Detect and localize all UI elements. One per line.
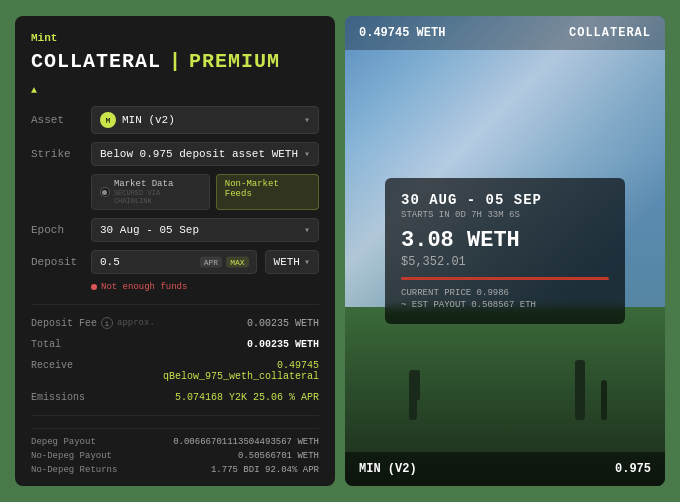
epoch-label: Epoch (31, 224, 83, 236)
info-card-date: 30 AUG - 05 SEP (401, 192, 609, 208)
cactus-arm-1 (415, 370, 420, 400)
max-badge: MAX (226, 257, 248, 268)
fee-info-icon: i (101, 317, 113, 329)
oracle-subtitle: SECURED VIA CHAINLINK (114, 189, 201, 205)
no-depeg-payout-row: No-Depeg Payout 0.50566701 WETH (31, 451, 319, 461)
depeg-payout-label: Depeg Payout (31, 437, 96, 447)
asset-row: Asset M MIN (v2) ▾ (31, 106, 319, 134)
currency-chevron-down-icon: ▾ (304, 256, 310, 268)
mint-label: Mint (31, 32, 319, 44)
info-card-usd: $5,352.01 (401, 255, 609, 269)
stats-section: Depeg Payout 0.00666701113504493567 WETH… (31, 428, 319, 475)
emissions-label: Emissions (31, 392, 85, 403)
error-message: Not enough funds (91, 282, 319, 292)
fee-approx: approx. (117, 318, 155, 328)
emissions-row: Emissions 5.074168 Y2K 25.06 % APR (31, 392, 319, 403)
total-row: Total 0.00235 WETH (31, 339, 319, 350)
strike-row: Strike Below 0.975 deposit asset WETH ▾ (31, 142, 319, 166)
form-section: Asset M MIN (v2) ▾ Strike Below 0.975 de… (31, 106, 319, 292)
epoch-row: Epoch 30 Aug - 05 Sep ▾ (31, 218, 319, 242)
no-depeg-payout-label: No-Depeg Payout (31, 451, 112, 461)
emissions-value: 5.074168 Y2K 25.06 % APR (175, 392, 319, 403)
oracle-market-label: Market Data (114, 179, 201, 189)
depeg-payout-row: Depeg Payout 0.00666701113504493567 WETH (31, 437, 319, 447)
right-footer: MIN (V2) 0.975 (345, 452, 665, 486)
chevron-indicator: ▲ (31, 85, 319, 96)
asset-chevron-down-icon: ▾ (304, 114, 310, 126)
fee-row: Deposit Fee i approx. 0.00235 WETH (31, 317, 319, 329)
deposit-currency-select[interactable]: WETH ▾ (265, 250, 319, 274)
no-depeg-returns-row: No-Depeg Returns 1.775 BDI 92.04% APR (31, 465, 319, 475)
oracle-market-badge: Market Data SECURED VIA CHAINLINK (91, 174, 210, 210)
error-dot-icon (91, 284, 97, 290)
info-card-timer: STARTS IN 0D 7H 33M 6S (401, 210, 609, 220)
receive-value: 0.49745 qBelow_975_weth_collateral (139, 360, 319, 382)
oracle-row: Market Data SECURED VIA CHAINLINK Non-Ma… (91, 174, 319, 210)
total-value: 0.00235 WETH (247, 339, 319, 350)
receive-row: Receive 0.49745 qBelow_975_weth_collater… (31, 360, 319, 382)
no-depeg-returns-value: 1.775 BDI 92.04% APR (211, 465, 319, 475)
left-panel: Mint COLLATERAL | PREMIUM ▲ Asset M MIN … (15, 16, 335, 486)
receive-label: Receive (31, 360, 73, 371)
title-premium: PREMIUM (189, 50, 280, 73)
no-depeg-payout-value: 0.50566701 WETH (238, 451, 319, 461)
strike-label: Strike (31, 148, 83, 160)
strike-select[interactable]: Below 0.975 deposit asset WETH ▾ (91, 142, 319, 166)
asset-label: Asset (31, 114, 83, 126)
info-card-price: CURRENT PRICE 0.9986 (401, 288, 609, 298)
main-container: Mint COLLATERAL | PREMIUM ▲ Asset M MIN … (15, 16, 665, 486)
right-footer-asset: MIN (V2) (359, 462, 417, 476)
cactus-3 (601, 380, 607, 420)
deposit-row: Deposit APR MAX WETH ▾ (31, 250, 319, 274)
not-market-badge: Non-Market Feeds (216, 174, 319, 210)
epoch-select[interactable]: 30 Aug - 05 Sep ▾ (91, 218, 319, 242)
fee-label: Deposit Fee i approx. (31, 317, 155, 329)
depeg-payout-value: 0.00666701113504493567 WETH (173, 437, 319, 447)
deposit-label: Deposit (31, 256, 83, 268)
title-collateral: COLLATERAL (31, 50, 161, 73)
right-header-collateral: COLLATERAL (569, 26, 651, 40)
info-card-payout: ~ EST PAYOUT 0.508567 ETH (401, 300, 609, 310)
no-depeg-returns-label: No-Depeg Returns (31, 465, 117, 475)
apr-badge: APR (200, 257, 222, 268)
title-divider: | (169, 50, 181, 73)
asset-select[interactable]: M MIN (v2) ▾ (91, 106, 319, 134)
oracle-dot-icon (100, 187, 110, 197)
divider-2 (31, 415, 319, 416)
right-panel: 0.49745 WETH COLLATERAL 30 AUG - 05 SEP … (345, 16, 665, 486)
fee-value: 0.00235 WETH (247, 318, 319, 329)
right-footer-strike: 0.975 (615, 462, 651, 476)
cactus-2 (575, 360, 585, 420)
total-label: Total (31, 339, 61, 350)
asset-icon: M (100, 112, 116, 128)
info-card: 30 AUG - 05 SEP STARTS IN 0D 7H 33M 6S 3… (385, 178, 625, 324)
right-header-weth: 0.49745 WETH (359, 26, 445, 40)
epoch-chevron-down-icon: ▾ (304, 224, 310, 236)
deposit-badges: APR MAX (200, 257, 249, 268)
title-row: COLLATERAL | PREMIUM (31, 50, 319, 73)
divider-1 (31, 304, 319, 305)
deposit-input-wrap: APR MAX (91, 250, 257, 274)
right-header: 0.49745 WETH COLLATERAL (345, 16, 665, 50)
strike-chevron-down-icon: ▾ (304, 148, 310, 160)
info-card-bar (401, 277, 609, 280)
info-card-amount: 3.08 WETH (401, 228, 609, 253)
